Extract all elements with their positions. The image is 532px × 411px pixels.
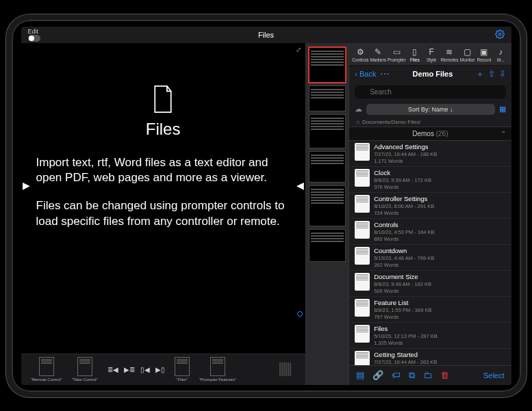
page-prev-icon[interactable]: ▯◀ [140,366,150,373]
select-button[interactable]: Select [483,371,505,380]
file-row[interactable]: Document Size8/8/23, 9:48 AM - 162 KB526… [349,271,511,297]
minimap-page[interactable] [309,229,346,262]
thumb-label: "Take Control" [72,377,98,382]
list-prev-icon[interactable]: ≣◀ [107,366,118,373]
file-row[interactable]: Files5/10/23, 12:13 PM - 287 KB1,325 Wor… [349,323,511,349]
minimap-page[interactable] [309,185,346,226]
duplicate-icon[interactable]: ⧉ [409,370,415,381]
file-name: Clock [374,169,431,176]
file-thumbnail [355,273,370,291]
expand-icon[interactable]: ⤢ [296,46,301,53]
thumb-take-control[interactable]: "Take Control" [72,357,98,382]
file-wordcount: 797 Words [374,314,431,320]
file-meta: 8/8/23, 9:39 AM - 172 KB [374,177,431,183]
file-info: Advanced Settings7/27/23, 10:44 AM - 188… [374,143,437,164]
file-name: Getting Started [374,351,437,358]
bottom-actions: ▤ 🔗 🏷 ⧉ 🗀 🗑 Select [349,365,511,385]
file-info: Controls8/10/23, 4:53 PM - 164 KB892 Wor… [374,221,434,242]
tab-files[interactable]: ▯Files [407,46,422,64]
tab-prompter[interactable]: ▭Prompter [388,46,406,64]
import-icon[interactable]: ⇩ [499,69,506,79]
link-icon[interactable]: 🔗 [372,370,383,380]
tab-more[interactable]: ♪M... [493,46,508,64]
file-info: Files5/10/23, 12:13 PM - 287 KB1,325 Wor… [374,325,438,346]
search-input[interactable] [355,85,505,98]
share-icon[interactable]: ⇪ [488,69,495,79]
file-row[interactable]: Countdown5/15/23, 4:48 AM - 799 KB262 Wo… [349,245,511,271]
file-meta: 5/15/23, 4:48 AM - 799 KB [374,255,434,261]
tab-label: Record [477,57,491,62]
file-list[interactable]: Advanced Settings7/27/23, 10:44 AM - 188… [349,141,511,365]
file-row[interactable]: Controls8/10/23, 4:53 PM - 164 KB892 Wor… [349,219,511,245]
thumb-remote-control[interactable]: "Remote Control" [31,357,62,382]
file-row[interactable]: Clock8/8/23, 9:39 AM - 172 KB376 Words [349,167,511,193]
thumb-label: "Prompter Features" [199,377,236,382]
wifi-icon: ≋ [446,47,453,57]
trash-icon[interactable]: 🗑 [440,370,449,380]
view-mode-icon[interactable]: ▦ [499,105,506,114]
file-row[interactable]: Advanced Settings7/27/23, 10:44 AM - 188… [349,141,511,167]
edit-toggle[interactable] [28,35,40,42]
file-meta: 5/10/23, 12:13 PM - 287 KB [374,333,438,339]
file-name: Controller Settings [374,195,434,202]
prev-slide-button[interactable]: ▶ [23,180,30,191]
slide-paragraph: Files can be changed using prompter cont… [36,198,290,230]
music-icon: ♪ [498,47,503,57]
minimap-page[interactable] [309,47,346,83]
section-header[interactable]: Demos (26) ⌃ [349,127,511,141]
tab-style[interactable]: FStyle [424,46,439,64]
file-name: Advanced Settings [374,143,437,150]
marker-indicator[interactable] [297,311,303,317]
file-row[interactable]: Feature List8/8/23, 1:55 PM - 369 KB797 … [349,297,511,323]
minimap-page[interactable] [309,151,346,183]
minimap-pane[interactable] [305,43,349,385]
sort-button[interactable]: Sort By: Name ↓ [366,104,494,115]
sort-row: ☁ Sort By: Name ↓ ▦ [349,101,511,118]
file-info: Clock8/8/23, 9:39 AM - 172 KB376 Words [374,169,431,190]
slide-area: ⤢ Files ▶ ◀ Import text, rtf, Word files… [21,43,305,354]
thumb-files[interactable]: "Files" [175,357,190,382]
window-title: Files [258,31,274,39]
minimap-page[interactable] [309,85,346,111]
home-icon: ⌂ [356,119,359,125]
file-row[interactable]: Controller Settings8/10/23, 8:00 AM - 29… [349,193,511,219]
playback-controls: ≣◀ ▶≣ ▯◀ ▶▯ [107,366,165,373]
thumb-prompter-features[interactable]: "Prompter Features" [199,357,236,382]
file-info: Controller Settings8/10/23, 8:00 AM - 29… [374,195,434,216]
next-slide-button[interactable]: ◀ [296,180,304,191]
tab-label: Monitor [460,57,475,62]
tab-monitor[interactable]: ▢Monitor [459,46,474,64]
tab-record[interactable]: ▣Record [477,46,492,64]
section-title: Demos [412,130,434,137]
breadcrumb[interactable]: ⌂ Documents/Demo Files/ [349,118,511,127]
tab-remotes[interactable]: ≋Remotes [440,46,458,64]
ipad-frame: Edit Files ⤢ Files ▶ [6,14,527,397]
settings-gear-icon[interactable] [495,29,505,40]
breadcrumb-path: Documents/Demo Files/ [362,119,420,125]
bottom-toolbar: "Remote Control" "Take Control" ≣◀ ▶≣ ▯◀… [21,354,305,385]
back-button[interactable]: ‹ Back [355,70,376,78]
file-row[interactable]: Getting Started7/27/23, 10:44 AM - 263 K… [349,349,511,365]
list-play-icon[interactable]: ▶≣ [124,366,135,373]
tab-controls[interactable]: ⚙Controls [352,46,368,64]
folder-icon[interactable]: 🗀 [423,370,432,380]
file-name: Countdown [374,247,434,254]
edit-label: Edit [28,28,39,35]
nav-row: ‹ Back ⋯ Demo Files ＋ ⇪ ⇩ [349,66,511,83]
marker-icon: ✎ [375,47,381,57]
cloud-icon[interactable]: ☁ [355,105,362,114]
file-meta: 8/10/23, 8:00 AM - 291 KB [374,203,434,209]
tab-label: Files [410,57,420,62]
file-thumbnail [355,221,370,239]
page-next-icon[interactable]: ▶▯ [155,366,165,373]
tab-markers[interactable]: ✎Markers [370,46,385,64]
file-thumbnail [355,169,370,187]
more-menu-icon[interactable]: ⋯ [380,68,390,79]
add-button[interactable]: ＋ [476,68,484,80]
new-doc-icon[interactable]: ▤ [356,370,364,380]
panel-title: Demo Files [413,70,453,78]
file-thumbnail [355,195,370,213]
chevron-up-icon: ⌃ [501,130,506,137]
tag-icon[interactable]: 🏷 [392,370,401,380]
minimap-page[interactable] [309,114,346,148]
